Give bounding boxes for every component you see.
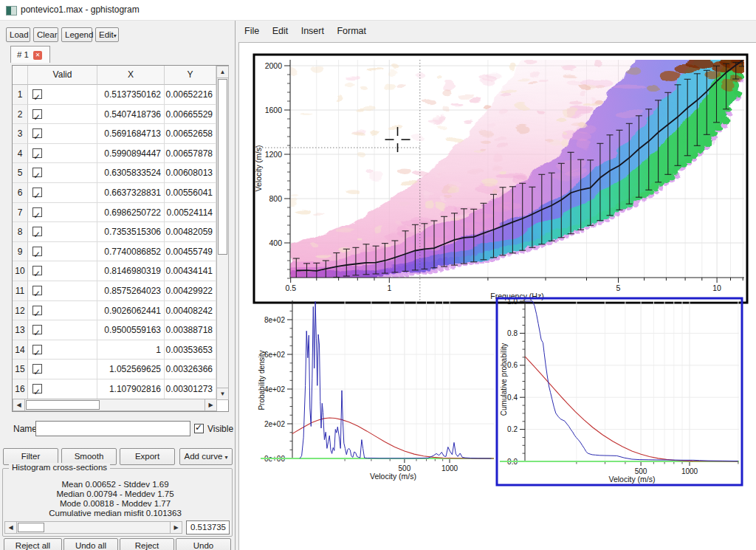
y-cell[interactable]: 0.00657878	[165, 144, 216, 164]
menu-edit[interactable]: Edit	[267, 24, 294, 38]
figure-page[interactable]: 0.51510400800120016002000Frequency (Hz)V…	[238, 42, 756, 550]
x-cell[interactable]: 0.6986250722	[97, 203, 165, 223]
table-horizontal-scrollbar[interactable]: ◀ ▶	[13, 399, 217, 411]
tab-close-icon[interactable]: ✕	[33, 51, 42, 60]
y-cell[interactable]: 0.00482059	[165, 222, 216, 242]
y-cell[interactable]: 0.00556041	[165, 183, 216, 203]
valid-cell[interactable]	[28, 242, 97, 262]
valid-cell[interactable]	[28, 261, 97, 281]
table-row[interactable]: 30.56916847130.00652658	[13, 124, 216, 144]
y-cell[interactable]: 0.00388718	[165, 320, 216, 340]
table-header-y[interactable]: Y	[165, 66, 216, 85]
x-cell[interactable]: 1	[97, 340, 165, 360]
menu-insert[interactable]: Insert	[296, 24, 329, 38]
table-row[interactable]: 120.90260624410.00408242	[13, 301, 216, 321]
export-button[interactable]: Export	[120, 448, 175, 465]
x-cell[interactable]: 0.7740086852	[97, 242, 165, 262]
valid-cell[interactable]	[28, 85, 97, 105]
x-cell[interactable]: 0.5691684713	[97, 124, 165, 144]
valid-checkbox[interactable]	[32, 148, 42, 158]
x-cell[interactable]: 0.6637328831	[97, 183, 165, 203]
valid-checkbox[interactable]	[32, 128, 42, 138]
reject-all-button[interactable]: Reject all	[4, 538, 62, 550]
valid-checkbox[interactable]	[32, 89, 42, 99]
x-cell[interactable]: 0.8575264023	[97, 281, 165, 301]
y-cell[interactable]: 0.00524114	[165, 203, 216, 223]
x-cell[interactable]: 0.7353515306	[97, 222, 165, 242]
table-row[interactable]: 130.95005591630.00388718	[13, 320, 216, 340]
table-row[interactable]: 50.63058335240.00608013	[13, 163, 216, 183]
x-cell[interactable]: 0.8146980319	[97, 261, 165, 281]
valid-checkbox[interactable]	[32, 247, 42, 256]
valid-cell[interactable]	[28, 320, 97, 340]
valid-checkbox[interactable]	[32, 325, 42, 334]
table-row[interactable]: 161.1079028160.00301273	[13, 379, 216, 399]
table-row[interactable]: 80.73535153060.00482059	[13, 222, 216, 242]
valid-cell[interactable]	[28, 203, 97, 223]
table-vscroll-thumb[interactable]	[218, 79, 227, 255]
scroll-left-icon[interactable]: ◀	[13, 399, 25, 411]
x-cell[interactable]: 0.6305833524	[97, 163, 165, 183]
x-cell[interactable]: 1.052569625	[97, 360, 165, 379]
valid-checkbox[interactable]	[32, 286, 42, 295]
name-input[interactable]	[35, 421, 190, 436]
table-row[interactable]: 100.81469803190.00434141	[13, 261, 216, 281]
x-cell[interactable]: 0.5407418736	[97, 105, 165, 125]
table-hscroll-thumb[interactable]	[26, 400, 100, 410]
scroll-down-icon[interactable]: ▼	[216, 388, 229, 400]
valid-cell[interactable]	[28, 144, 97, 164]
y-cell[interactable]: 0.00353653	[165, 340, 216, 360]
table-row[interactable]: 110.85752640230.00429922	[13, 281, 216, 301]
valid-cell[interactable]	[28, 183, 97, 203]
valid-checkbox[interactable]	[32, 207, 42, 217]
undo-all-button[interactable]: Undo all	[63, 538, 118, 550]
cross-section-slider[interactable]: ◀ ▶	[4, 521, 182, 534]
valid-checkbox[interactable]	[32, 364, 42, 374]
valid-cell[interactable]	[28, 163, 97, 183]
table-row[interactable]: 60.66373288310.00556041	[13, 183, 216, 203]
y-cell[interactable]: 0.00652216	[165, 85, 216, 105]
y-cell[interactable]: 0.00455749	[165, 242, 216, 262]
table-row[interactable]: 151.0525696250.00326366	[13, 360, 216, 379]
valid-cell[interactable]	[28, 379, 97, 399]
visible-checkbox[interactable]	[194, 424, 204, 433]
x-cell[interactable]: 0.5990894447	[97, 144, 165, 164]
x-cell[interactable]: 1.107902816	[97, 379, 165, 399]
table-vertical-scrollbar[interactable]: ▲ ▼	[216, 66, 229, 399]
panel-splitter[interactable]	[235, 21, 236, 550]
valid-checkbox[interactable]	[32, 266, 42, 275]
valid-checkbox[interactable]	[32, 227, 42, 236]
y-cell[interactable]: 0.00665529	[165, 105, 216, 125]
x-cell[interactable]: 0.9500559163	[97, 320, 165, 340]
reject-button[interactable]: Reject	[120, 538, 174, 550]
legend-button[interactable]: Legend	[61, 27, 92, 42]
y-cell[interactable]: 0.00429922	[165, 281, 216, 301]
scroll-up-icon[interactable]: ▲	[216, 66, 229, 78]
scroll-right-icon[interactable]: ▶	[205, 399, 217, 411]
table-row[interactable]: 90.77400868520.00455749	[13, 242, 216, 262]
clear-button[interactable]: Clear	[33, 27, 58, 42]
add-curve-button[interactable]: Add curve ▾	[179, 448, 233, 465]
y-cell[interactable]: 0.00434141	[165, 261, 216, 281]
undo-button[interactable]: Undo	[176, 538, 231, 550]
y-cell[interactable]: 0.00652658	[165, 124, 216, 144]
load-button[interactable]: Load	[6, 27, 30, 42]
valid-cell[interactable]	[28, 124, 97, 144]
valid-checkbox[interactable]	[32, 168, 42, 177]
menu-file[interactable]: File	[239, 24, 264, 38]
table-header-x[interactable]: X	[97, 66, 165, 85]
menu-format[interactable]: Format	[331, 24, 371, 38]
valid-cell[interactable]	[28, 360, 97, 379]
figure-canvas[interactable]: 0.51510400800120016002000Frequency (Hz)V…	[239, 43, 756, 550]
y-cell[interactable]: 0.00326366	[165, 360, 216, 379]
valid-checkbox[interactable]	[32, 345, 42, 354]
table-row[interactable]: 40.59908944470.00657878	[13, 144, 216, 164]
x-cell[interactable]: 0.9026062441	[97, 301, 165, 321]
slider-thumb[interactable]	[18, 523, 44, 532]
valid-cell[interactable]	[28, 222, 97, 242]
valid-cell[interactable]	[28, 281, 97, 301]
table-row[interactable]: 1410.00353653	[13, 340, 216, 360]
valid-cell[interactable]	[28, 301, 97, 321]
valid-checkbox[interactable]	[32, 384, 42, 393]
y-cell[interactable]: 0.00408242	[165, 301, 216, 321]
